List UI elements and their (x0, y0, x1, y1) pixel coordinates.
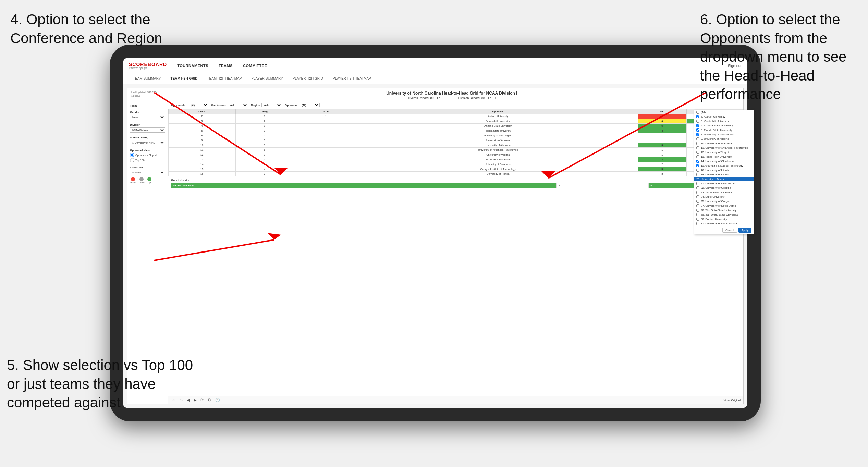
tab-player-h2h-heatmap[interactable]: PLAYER H2H HEATMAP (329, 75, 375, 83)
top-nav-links: TOURNAMENTS TEAMS COMMITTEE (177, 64, 728, 68)
out-div-row: NCAA Division II 1 0 (171, 183, 741, 188)
sidebar-school-section: School (Rank) 1. University of Nort... (130, 136, 165, 145)
conference-filter: Conference (All) (211, 103, 248, 107)
tablet-device: SCOREBOARD Powered by Opta TOURNAMENTS T… (110, 45, 761, 421)
data-table: #Rank #Reg #Conf Opponent Win Loss (168, 109, 743, 176)
report-title-block: University of North Carolina Head-to-Hea… (164, 91, 739, 100)
tab-team-summary[interactable]: TEAM SUMMARY (129, 75, 165, 83)
table-row: 10 5 University of Alabama 3 0 (169, 143, 743, 148)
table-row: 3 2 Vanderbilt University 0 4 (169, 119, 743, 124)
sidebar-opponent-view-section: Opponent View Opponents Played Top 100 (130, 149, 165, 162)
colour-down: Down (130, 177, 136, 184)
table-row: 15 4 Georgia Institute of Technology 5 1 (169, 167, 743, 172)
toolbar-view: View: Original (724, 398, 741, 402)
opponent-filter: Opponent (All) (285, 103, 320, 107)
report-area: Last Updated: 4/10/2024 16:55:38 Univers… (127, 88, 744, 404)
sidebar-team-section: Team (130, 104, 165, 107)
conference-select[interactable]: (All) (228, 103, 248, 107)
sidebar-team-label: Team (130, 104, 165, 107)
opponent-view-radio: Opponents Played Top 100 (130, 153, 165, 162)
logo: SCOREBOARD Powered by Opta (129, 62, 177, 69)
table-row: 12 3 University of Virginia 1 1 (169, 152, 743, 157)
table-header-row: #Rank #Reg #Conf Opponent Win Loss (169, 109, 743, 114)
annotation-1: 4. Option to select the Conference and R… (10, 10, 188, 48)
filter-row: Opponents: (All) Conference (All) (168, 101, 743, 109)
colour-level: Level (139, 177, 145, 184)
gender-select[interactable]: Men's (130, 115, 165, 120)
data-area: Opponents: (All) Conference (All) (168, 101, 743, 404)
out-of-division: Out of division NCAA Division II 1 0 (168, 176, 743, 190)
report-meta: Last Updated: 4/10/2024 16:55:38 (131, 91, 158, 98)
toolbar-settings[interactable]: ⚙ (206, 397, 212, 403)
region-filter: Region (All) (251, 103, 282, 107)
report-title: University of North Carolina Head-to-Hea… (164, 91, 739, 96)
top-nav: SCOREBOARD Powered by Opta TOURNAMENTS T… (123, 58, 747, 73)
table-row: 14 2 University of Oklahoma 2 2 (169, 162, 743, 167)
table-row: 4 1 Arizona State University 5 1 (169, 124, 743, 128)
colour-up: Up (147, 177, 151, 184)
radio-top100[interactable]: Top 100 (130, 158, 165, 162)
radio-opponents-played[interactable]: Opponents Played (130, 153, 165, 157)
col-opponent: Opponent (358, 109, 638, 114)
opponent-select[interactable]: (All) (299, 103, 320, 107)
tab-team-h2h-grid[interactable]: TEAM H2H GRID (167, 75, 202, 83)
tab-team-h2h-heatmap[interactable]: TEAM H2H HEATMAP (203, 75, 246, 83)
tab-player-h2h-grid[interactable]: PLAYER H2H GRID (289, 75, 327, 83)
col-conf: #Conf (294, 109, 358, 114)
col-rank: #Rank (169, 109, 236, 114)
table-row: 11 6 University of Arkansas, Fayettevill… (169, 148, 743, 152)
nav-committee[interactable]: COMMITTEE (243, 64, 267, 68)
out-div-table: NCAA Division II 1 0 (171, 183, 741, 188)
report-body: Team Gender Men's Division NCAA Division… (127, 101, 743, 404)
col-loss: Loss (686, 109, 743, 114)
opponents-filter: Opponents: (All) (171, 103, 208, 107)
sub-nav: TEAM SUMMARY TEAM H2H GRID TEAM H2H HEAT… (123, 73, 747, 84)
toolbar-clock[interactable]: 🕐 (214, 397, 221, 403)
colour-select[interactable]: Win/loss (130, 170, 165, 175)
report-header: Last Updated: 4/10/2024 16:55:38 Univers… (127, 88, 743, 101)
opponents-select[interactable]: (All) (188, 103, 208, 107)
data-table-wrap: #Rank #Reg #Conf Opponent Win Loss (168, 109, 743, 396)
report-toolbar: ↩ ↪ ◀ ▶ ⟳ ⚙ 🕐 View: Original (168, 396, 743, 404)
table-row: 6 2 Florida State University 4 2 (169, 128, 743, 133)
sidebar-colour-section: Colour by Win/loss Down (130, 166, 165, 184)
school-select[interactable]: 1. University of Nort... (130, 140, 165, 145)
report-records: Overall Record: 89 - 17 - 0 Division Rec… (164, 96, 739, 100)
col-win: Win (638, 109, 686, 114)
annotation-3: 5. Show selection vs Top 100 or just tea… (7, 356, 206, 412)
colour-indicators: Down Level Up (130, 177, 165, 184)
nav-tournaments[interactable]: TOURNAMENTS (177, 64, 208, 68)
nav-teams[interactable]: TEAMS (219, 64, 233, 68)
table-row: 13 1 Texas Tech University 3 0 (169, 157, 743, 162)
region-select[interactable]: (All) (261, 103, 282, 107)
annotation-2: 6. Option to select the Opponents from t… (700, 10, 858, 104)
col-reg: #Reg (235, 109, 294, 114)
table-row: 9 3 University of Arizona 1 0 (169, 138, 743, 143)
table-row: 8 2 University of Washington 1 0 (169, 133, 743, 138)
table-row: 2 1 1 Auburn University 2 1 (169, 114, 743, 119)
table-row: 16 2 University of Florida 3 1 (169, 172, 743, 176)
division-select[interactable]: NCAA Division I (130, 127, 165, 133)
sidebar-division-section: Division NCAA Division I (130, 123, 165, 133)
tablet-screen: SCOREBOARD Powered by Opta TOURNAMENTS T… (123, 58, 747, 408)
main-content: Last Updated: 4/10/2024 16:55:38 Univers… (123, 84, 747, 408)
sidebar-gender-section: Gender Men's (130, 111, 165, 120)
tab-player-summary[interactable]: PLAYER SUMMARY (247, 75, 287, 83)
